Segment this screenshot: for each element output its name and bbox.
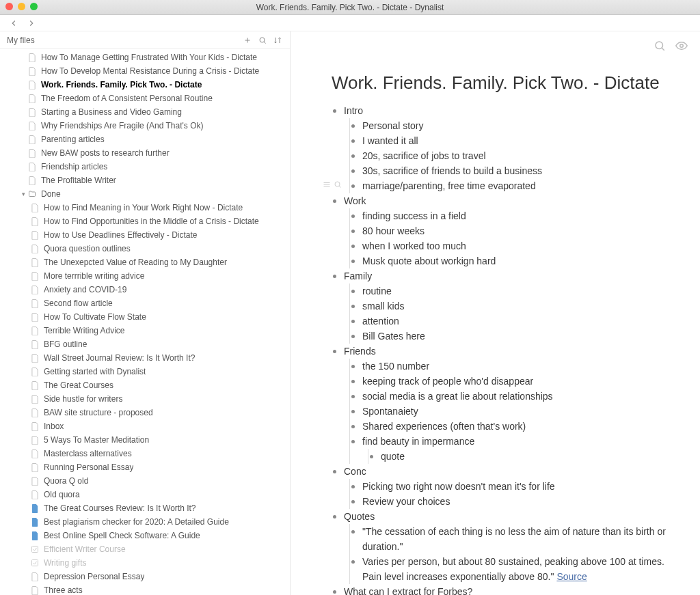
outline-text[interactable]: 80 hour weeks — [362, 225, 425, 236]
outline-node[interactable]: when I worked too much — [349, 238, 675, 253]
sidebar-file[interactable]: How To Manage Getting Frustrated With Yo… — [0, 51, 290, 64]
outline-text[interactable]: social media is a great lie about relati… — [362, 391, 553, 402]
outline-node[interactable]: Bill Gates here — [349, 329, 675, 344]
outline-text[interactable]: quote — [381, 451, 405, 462]
outline-node[interactable]: marriage/parenting, free time evaporated… — [349, 178, 675, 193]
outline-node[interactable]: social media is a great lie about relati… — [349, 389, 675, 404]
outline-node[interactable]: Workfinding success in a field80 hour we… — [332, 193, 675, 268]
outline-node[interactable]: Familyroutinesmall kidsattentionBill Gat… — [332, 268, 675, 344]
sidebar-file[interactable]: More terrrible writing advice — [0, 269, 290, 283]
outline-node[interactable]: the 150 number — [349, 359, 675, 374]
sidebar-file[interactable]: How To Develop Mental Resistance During … — [0, 64, 290, 78]
zoom-node-icon[interactable] — [334, 180, 342, 189]
sidebar-file[interactable]: Friendship articles — [0, 160, 290, 174]
outline-text[interactable]: "The cessation of each thing is no less … — [362, 526, 666, 552]
sidebar-file[interactable]: How To Cultivate Flow State — [0, 310, 290, 324]
outline-node[interactable]: 20s, sacrifice of jobs to travel — [349, 148, 675, 163]
document-title[interactable]: Work. Friends. Family. Pick Two. - Dicta… — [332, 72, 675, 94]
sidebar-file[interactable]: The Freedom of A Consistent Personal Rou… — [0, 92, 290, 105]
outline-node[interactable]: I wanted it all — [349, 133, 675, 148]
outline-node[interactable]: Musk quote about workign hard — [349, 253, 675, 268]
outline-node[interactable]: small kids — [349, 299, 675, 314]
sidebar-file[interactable]: Parenting articles — [0, 133, 290, 146]
sidebar-file[interactable]: Side hustle for writers — [0, 392, 290, 406]
visibility-toggle-button[interactable] — [675, 40, 688, 52]
outline-node[interactable]: 80 hour weeks — [349, 223, 675, 238]
outline-text[interactable]: Review your choices — [362, 496, 450, 507]
sidebar-file[interactable]: BFG outline — [0, 337, 290, 351]
back-button[interactable] — [8, 18, 19, 29]
outline-text[interactable]: 30s, sacrifice of friends to build a bus… — [362, 165, 542, 176]
expand-chevron-icon[interactable]: ▾ — [19, 191, 27, 197]
outline-text[interactable]: Bill Gates here — [362, 331, 425, 342]
outline-text[interactable]: find beauty in impermance — [362, 436, 474, 447]
sidebar-file[interactable]: Work. Friends. Family. Pick Two. - Dicta… — [0, 78, 290, 92]
sidebar-file[interactable]: Running Personal Essay — [0, 460, 290, 474]
sidebar-file[interactable]: The Great Courses Review: Is It Worth It… — [0, 501, 290, 515]
sidebar-file[interactable]: Old quora — [0, 488, 290, 501]
outline-node[interactable]: Review your choices — [349, 494, 675, 509]
sidebar-file[interactable]: Quora Q old — [0, 474, 290, 488]
sidebar-file[interactable]: Masterclass alternatives — [0, 447, 290, 460]
outline-node[interactable]: keeping track of people who'd disappear — [349, 374, 675, 389]
outline-text[interactable]: Varies per person, but about 80 sustaine… — [362, 556, 664, 582]
outline-text[interactable]: Quotes — [344, 511, 375, 522]
sidebar-file[interactable]: How to Use Deadlines Effectively - Dicta… — [0, 228, 290, 242]
sidebar-file[interactable]: Terrible Writing Advice — [0, 324, 290, 337]
sidebar-file[interactable]: Getting started with Dynalist — [0, 365, 290, 378]
sidebar-file[interactable]: Best plagiarism checker for 2020: A Deta… — [0, 515, 290, 529]
outline-text[interactable]: attention — [362, 316, 399, 327]
search-files-button[interactable] — [257, 35, 268, 46]
sidebar-file[interactable]: New BAW posts to research further — [0, 146, 290, 160]
sidebar-folder[interactable]: ▾Done — [0, 187, 290, 201]
outline-text[interactable]: marriage/parenting, free time evaporated — [362, 180, 536, 191]
outline-node[interactable]: "The cessation of each thing is no less … — [349, 524, 675, 554]
outline-root[interactable]: IntroPersonal storyI wanted it all20s, s… — [332, 103, 675, 595]
sidebar-file[interactable]: Writing gifts — [0, 556, 290, 570]
outline-text[interactable]: Shared experiences (often that's work) — [362, 421, 526, 432]
outline-text[interactable]: Work — [344, 195, 366, 206]
outline-text[interactable]: keeping track of people who'd disappear — [362, 376, 533, 387]
sidebar-file[interactable]: Inbox — [0, 419, 290, 433]
sidebar-file[interactable]: How to Find Opportunities in the Middle … — [0, 215, 290, 228]
outline-node[interactable]: What can I extract for Forbes?dictate th… — [332, 584, 675, 595]
outline-text[interactable]: when I worked too much — [362, 240, 466, 251]
outline-text[interactable]: 20s, sacrifice of jobs to travel — [362, 150, 486, 161]
outline-node[interactable]: Quotes"The cessation of each thing is no… — [332, 509, 675, 584]
search-doc-button[interactable] — [654, 40, 666, 52]
outline-text[interactable]: Musk quote about workign hard — [362, 255, 496, 266]
outline-node[interactable]: Picking two right now doesn't mean it's … — [349, 479, 675, 494]
outline-text[interactable]: Personal story — [362, 120, 423, 131]
outline-text[interactable]: Picking two right now doesn't mean it's … — [362, 481, 555, 492]
sidebar-file[interactable]: Why Friendships Are Fragile (And That's … — [0, 119, 290, 133]
sidebar-file[interactable]: 5 Ways To Master Meditation — [0, 433, 290, 447]
outline-text[interactable]: Family — [344, 271, 372, 281]
maximize-window-button[interactable] — [30, 3, 38, 10]
outline-node[interactable]: Friendsthe 150 numberkeeping track of pe… — [332, 344, 675, 464]
outline-text[interactable]: the 150 number — [362, 361, 429, 372]
outline-text[interactable]: small kids — [362, 301, 404, 312]
sidebar-file[interactable]: Depression Personal Essay — [0, 570, 290, 583]
outline-text[interactable]: Friends — [344, 346, 376, 357]
outline-node[interactable]: finding success in a field — [349, 208, 675, 223]
sidebar-file[interactable]: Efficient Writer Course — [0, 542, 290, 556]
sidebar-file[interactable]: The Profitable Writer — [0, 174, 290, 187]
drag-handle-icon[interactable] — [323, 180, 331, 189]
outline-text[interactable]: routine — [362, 286, 392, 296]
outline-text[interactable]: I wanted it all — [362, 135, 418, 146]
sidebar-file[interactable]: Three acts — [0, 583, 290, 595]
outline-text[interactable]: Conc — [344, 466, 366, 477]
outline-text[interactable]: Spontanaiety — [362, 406, 418, 417]
outline-node[interactable]: attention — [349, 314, 675, 329]
outline-node[interactable]: 30s, sacrifice of friends to build a bus… — [349, 163, 675, 178]
sort-files-button[interactable] — [272, 35, 283, 46]
outline-node[interactable]: Shared experiences (often that's work) — [349, 419, 675, 434]
outline-node[interactable]: Varies per person, but about 80 sustaine… — [349, 554, 675, 584]
outline-node[interactable]: IntroPersonal storyI wanted it all20s, s… — [332, 103, 675, 193]
outline-text[interactable]: finding success in a field — [362, 210, 466, 221]
add-file-button[interactable] — [242, 35, 253, 46]
sidebar-file[interactable]: The Great Courses — [0, 378, 290, 392]
outline-node[interactable]: Spontanaiety — [349, 404, 675, 419]
sidebar-file[interactable]: Second flow article — [0, 296, 290, 310]
outline-text[interactable]: Intro — [344, 105, 363, 116]
